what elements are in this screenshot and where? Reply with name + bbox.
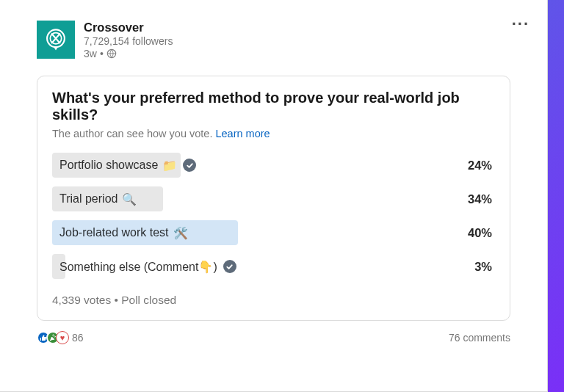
check-icon [223,260,236,273]
learn-more-link[interactable]: Learn more [215,128,270,139]
reaction-icons: ♥ [37,331,69,344]
reaction-count: 86 [72,332,84,344]
reactions-summary[interactable]: ♥ 86 [37,331,84,344]
poll-option-emoji: 📁 [162,159,177,173]
check-icon [183,159,196,172]
love-icon: ♥ [56,331,69,344]
poll-option-label: Portfolio showcase📁 [52,159,177,173]
poll-option-percent: 3% [474,260,492,274]
company-avatar[interactable] [37,21,75,59]
crossover-logo-icon [43,27,68,52]
poll-option-percent: 34% [468,192,492,206]
company-name[interactable]: Crossover [84,21,173,35]
post-card: Crossover 7,729,154 followers 3w • ··· W… [0,0,548,392]
poll-subline: The author can see how you vote. Learn m… [52,128,495,139]
poll-option-label: Job-related work test🛠️ [52,226,188,240]
poll-option-text: Trial period [59,192,118,206]
poll-option-emoji: 🛠️ [173,226,188,240]
poll-option-text: Something else (Comment👇) [59,260,217,274]
followers-count: 7,729,154 followers [84,35,173,47]
poll-options: Portfolio showcase📁24%Trial period🔍34%Jo… [52,153,495,279]
poll-privacy-text: The author can see how you vote. [52,128,215,139]
poll-option-text: Job-related work test [59,226,169,239]
poll-option[interactable]: Trial period🔍34% [52,186,495,211]
post-header-text: Crossover 7,729,154 followers 3w • [84,21,173,59]
poll-container: What's your preferred method to prove yo… [37,76,510,321]
globe-icon [106,48,117,59]
post-header: Crossover 7,729,154 followers 3w • ··· [0,0,547,65]
poll-option-percent: 24% [468,159,492,173]
poll-question: What's your preferred method to prove yo… [52,90,495,123]
poll-option[interactable]: Portfolio showcase📁24% [52,153,495,178]
post-time-row: 3w • [84,48,173,59]
poll-option-text: Portfolio showcase [59,159,158,172]
poll-meta: 4,339 votes • Poll closed [52,294,495,307]
post-age: 3w [84,48,97,59]
poll-option[interactable]: Something else (Comment👇)3% [52,254,495,279]
poll-option[interactable]: Job-related work test🛠️40% [52,220,495,245]
more-options-button[interactable]: ··· [512,21,529,28]
post-footer: ♥ 86 76 comments [37,331,510,344]
poll-option-emoji: 🔍 [122,192,137,206]
poll-option-label: Trial period🔍 [52,192,137,206]
poll-option-percent: 40% [468,226,492,240]
comments-link[interactable]: 76 comments [449,332,510,344]
poll-option-label: Something else (Comment👇) [52,260,217,274]
dot-separator: • [100,48,104,59]
